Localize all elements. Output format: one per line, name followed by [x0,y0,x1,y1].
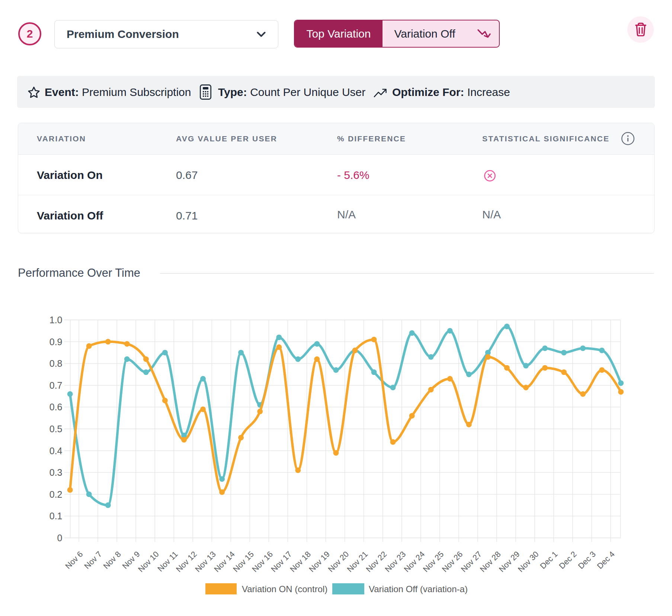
svg-text:Nov 30: Nov 30 [516,550,540,574]
svg-text:Dec 1: Dec 1 [538,550,560,571]
svg-text:Nov 20: Nov 20 [326,550,351,574]
svg-text:Nov 16: Nov 16 [250,550,275,574]
svg-text:0.1: 0.1 [49,511,63,521]
svg-text:Nov 26: Nov 26 [440,550,464,574]
svg-text:Nov 25: Nov 25 [421,550,445,574]
svg-text:Nov 27: Nov 27 [459,550,483,574]
svg-text:Nov 10: Nov 10 [137,550,161,574]
svg-text:0.8: 0.8 [49,358,63,369]
svg-text:0.9: 0.9 [49,337,63,347]
svg-text:Nov 12: Nov 12 [175,550,199,574]
svg-text:Nov 19: Nov 19 [307,550,332,574]
svg-text:Dec 4: Dec 4 [595,550,617,571]
svg-text:Dec 2: Dec 2 [557,550,579,571]
svg-text:Nov 13: Nov 13 [193,550,218,574]
svg-text:0: 0 [57,533,63,543]
svg-text:Variation Off (variation-a): Variation Off (variation-a) [369,584,468,594]
svg-text:Dec 3: Dec 3 [576,550,598,571]
svg-text:Nov 14: Nov 14 [212,550,237,574]
svg-text:Nov 11: Nov 11 [156,550,180,574]
svg-text:Variation ON (control): Variation ON (control) [242,584,327,594]
svg-text:0.3: 0.3 [49,467,63,478]
svg-text:Nov 8: Nov 8 [102,550,123,571]
svg-text:0.7: 0.7 [49,380,63,391]
svg-text:Nov 23: Nov 23 [383,550,407,574]
svg-text:0.2: 0.2 [49,489,63,500]
svg-text:Nov 17: Nov 17 [269,550,294,574]
svg-text:1.0: 1.0 [49,315,63,325]
svg-text:Nov 24: Nov 24 [402,550,426,574]
svg-text:Nov 7: Nov 7 [83,550,104,571]
svg-text:Nov 22: Nov 22 [364,550,388,574]
svg-text:Nov 29: Nov 29 [497,550,521,574]
svg-text:Nov 21: Nov 21 [345,550,369,574]
svg-text:Nov 28: Nov 28 [478,550,502,574]
svg-text:0.5: 0.5 [49,424,63,434]
svg-text:Nov 6: Nov 6 [64,550,85,571]
svg-text:0.6: 0.6 [49,402,63,412]
svg-text:Nov 15: Nov 15 [231,550,256,574]
svg-text:Nov 18: Nov 18 [288,550,313,574]
svg-text:0.4: 0.4 [49,446,63,456]
